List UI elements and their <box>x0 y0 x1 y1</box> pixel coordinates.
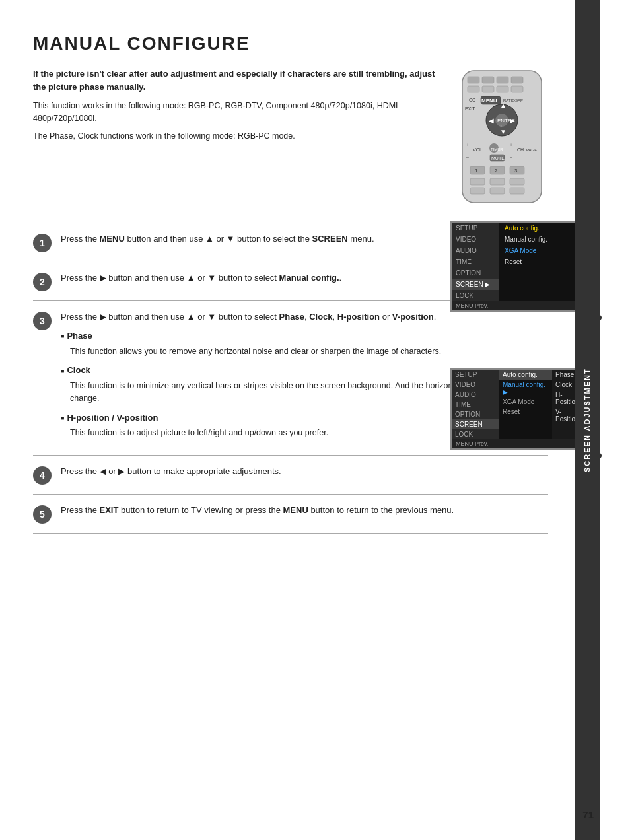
phase-label: Phase <box>555 371 574 378</box>
menu-left-screen: SCREEN ▶ <box>452 279 499 290</box>
step-content-5: Press the EXIT button to return to TV vi… <box>61 504 548 518</box>
menu2-reset: Reset <box>499 407 552 417</box>
menu2-screen: SCREEN <box>452 419 499 429</box>
menu2-xgamode: XGA Mode <box>499 397 552 407</box>
menu2-mid-col: Auto config. Manual config. ▶ XGA Mode R… <box>499 370 552 439</box>
menu-left-video: VIDEO <box>452 234 499 245</box>
step-4: 4 Press the ◀ or ▶ button to make approp… <box>33 455 548 494</box>
menu2-manualconfig: Manual config. ▶ <box>499 380 552 397</box>
menu2-time: TIME <box>452 400 499 409</box>
step-number-3: 3 <box>33 312 52 330</box>
menu-left-option: OPTION <box>452 267 499 279</box>
menu2-audio: AUDIO <box>452 390 499 400</box>
menu-left-lock: LOCK <box>452 290 499 301</box>
menu2-left-col: SETUP VIDEO AUDIO TIME OPTION SCREEN LOC… <box>452 370 499 439</box>
intro-bold: If the picture isn't clear after auto ad… <box>33 67 442 93</box>
menu-box-2-body: SETUP VIDEO AUDIO TIME OPTION SCREEN LOC… <box>452 370 594 439</box>
menu-left-time: TIME <box>452 256 499 267</box>
menu-box-1: SETUP VIDEO AUDIO TIME OPTION SCREEN ▶ L… <box>450 221 596 312</box>
menu-left-col-1: SETUP VIDEO AUDIO TIME OPTION SCREEN ▶ L… <box>452 223 499 301</box>
menu2-video: VIDEO <box>452 380 499 390</box>
step-number-4: 4 <box>33 466 52 485</box>
menu2-autoconfig: Auto config. <box>499 370 552 380</box>
step-number-1: 1 <box>33 234 52 252</box>
sidebar-label: SCREEN ADJUSTMENT <box>575 0 600 840</box>
menu-left-audio: AUDIO <box>452 245 499 256</box>
menu2-setup: SETUP <box>452 370 499 380</box>
menu-box-1-body: SETUP VIDEO AUDIO TIME OPTION SCREEN ▶ L… <box>452 223 594 301</box>
step-number-2: 2 <box>33 273 52 291</box>
menu-box-2: SETUP VIDEO AUDIO TIME OPTION SCREEN LOC… <box>450 368 596 450</box>
page-title: MANUAL CONFIGURE <box>33 33 548 54</box>
menu2-lock: LOCK <box>452 429 499 439</box>
menu-left-setup: SETUP <box>452 223 499 234</box>
menu-footer-1: MENU Prev. <box>452 301 594 310</box>
step-content-4: Press the ◀ or ▶ button to make appropri… <box>61 465 548 479</box>
clock-label: Clock <box>555 381 572 388</box>
menu-footer-2: MENU Prev. <box>452 439 594 448</box>
menu2-option: OPTION <box>452 409 499 419</box>
intro-normal-1: This function works in the following mod… <box>33 100 442 125</box>
step-5: 5 Press the EXIT button to return to TV … <box>33 494 548 534</box>
step-number-5: 5 <box>33 505 52 524</box>
intro-normal-2: The Phase, Clock functions work in the f… <box>33 130 442 143</box>
page-number: 71 <box>582 809 594 820</box>
